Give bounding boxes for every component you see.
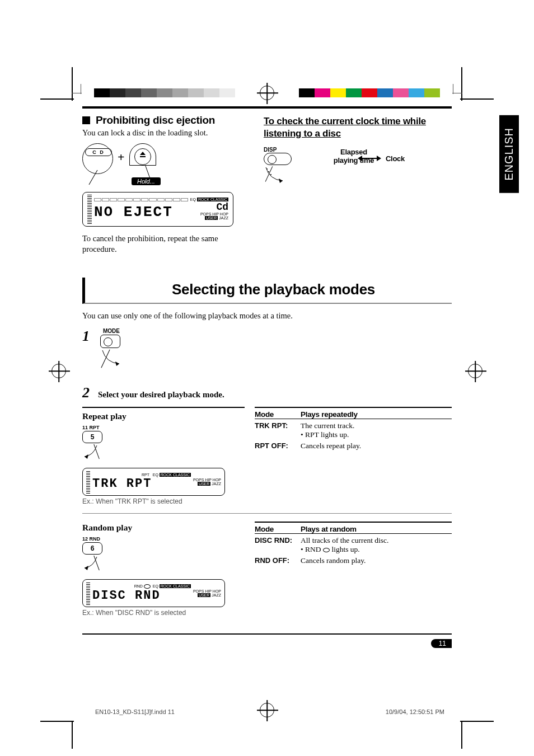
clock-toggle-figure: Elapsed playing time Clock — [303, 148, 405, 163]
sub-bullet: RPT lights up. — [301, 430, 452, 439]
page-number: 11 — [431, 639, 452, 648]
plus-icon: + — [118, 150, 125, 165]
top-rule — [82, 106, 452, 109]
rnd-button-illustration: 12 RND 6 — [82, 536, 245, 574]
eject-icon — [140, 152, 146, 157]
section-bar: Selecting the playback modes — [82, 278, 452, 304]
eject-graphic: C D + Hold... — [82, 143, 248, 227]
registration-mark-icon — [260, 86, 274, 100]
lcd-display-illustration: NO EJECT EQ ROCK CLASSIC Cd POPS HIP HOP… — [82, 192, 233, 227]
crop-mark — [460, 721, 494, 722]
rnd-button-label: 12 RND — [82, 536, 105, 542]
lcd-random-illustration: RND EQ ROCK CLASSIC DISC RND POPS HIP HO… — [82, 579, 225, 607]
step-number-1: 1 — [82, 328, 92, 345]
col-mode-header: Mode — [255, 525, 301, 533]
press-arrow-icon — [100, 348, 123, 368]
print-crop-area — [0, 0, 534, 106]
cmyk-color-bar — [299, 88, 440, 97]
registration-mark-icon — [468, 364, 483, 378]
playback-section-title: Selecting the playback modes — [95, 281, 452, 298]
repeat-play-block: Repeat play 11 RPT 5 RPT EQ ROCK CLASSIC… — [82, 407, 452, 505]
lcd-tags-bottom: POPS HIP HOPUSER JAZZ — [190, 212, 228, 220]
lcd-repeat-text: TRK RPT — [92, 477, 191, 491]
page-content: ENGLISH Prohibiting disc ejection You ca… — [77, 106, 457, 670]
disp-label: DISP — [264, 147, 292, 153]
section-bullet-icon — [82, 116, 90, 124]
hold-badge: Hold... — [132, 177, 161, 185]
crop-mark — [40, 721, 74, 722]
col-desc-header: Plays repeatedly — [301, 410, 358, 419]
table-row: DISC RND: All tracks of the current disc… — [255, 534, 452, 554]
grayscale-color-bar — [94, 88, 235, 97]
clock-label: Clock — [386, 154, 405, 163]
rpt-button-number: 5 — [91, 433, 95, 441]
bottom-rule — [82, 633, 452, 635]
mode-button-illustration: MODE — [100, 328, 123, 368]
svg-point-2 — [270, 174, 271, 175]
rpt-button-illustration: 11 RPT 5 — [82, 425, 245, 462]
repeat-heading: Repeat play — [82, 410, 245, 422]
lcd-main-text: NO EJECT — [94, 204, 173, 220]
desc-cell: The current track. — [301, 421, 452, 430]
rnd-button-number: 6 — [91, 544, 95, 552]
table-row: TRK RPT: The current track. RPT lights u… — [255, 419, 452, 439]
footer-filename: EN10-13_KD-S11[J]f.indd 11 — [95, 708, 175, 715]
crop-mark — [40, 98, 74, 100]
crop-mark — [72, 721, 73, 749]
step2-text: Select your desired playback mode. — [98, 390, 224, 400]
mode-cell: RND OFF: — [255, 556, 301, 565]
cancel-note: To cancel the prohibition, repeat the sa… — [82, 233, 248, 255]
crop-mark — [72, 67, 73, 101]
disp-button-illustration: DISP — [264, 147, 292, 185]
print-footer: EN10-13_KD-S11[J]f.indd 11 10/9/04, 12:5… — [0, 704, 534, 749]
desc-cell: All tracks of the current disc. — [301, 536, 452, 545]
sub-bullet: • RND lights up. — [301, 545, 452, 554]
step-number-2: 2 — [82, 384, 92, 401]
table-row: RND OFF: Cancels random play. — [255, 554, 452, 565]
rpt-button-label: 11 RPT — [82, 425, 105, 430]
section-title: Prohibiting disc ejection — [96, 114, 215, 126]
footer-timestamp: 10/9/04, 12:50:51 PM — [386, 708, 444, 715]
random-play-block: Random play 12 RND 6 RND EQ ROCK CLASSIC… — [82, 522, 452, 617]
lcd-side-text: Cd — [190, 202, 228, 212]
svg-point-0 — [266, 168, 268, 170]
playback-intro: You can use only one of the following pl… — [82, 311, 452, 322]
cd-pill-label: C D — [85, 148, 112, 156]
crop-mark — [460, 98, 494, 100]
lcd-random-text: DISC RND — [92, 589, 191, 603]
mode-cell: DISC RND: — [255, 536, 301, 544]
mode-cell: TRK RPT: — [255, 421, 301, 430]
clock-heading: To check the current clock time while li… — [264, 115, 452, 140]
crop-mark — [461, 721, 462, 749]
mode-cell: RPT OFF: — [255, 442, 301, 450]
left-column: Prohibiting disc ejection You can lock a… — [82, 114, 248, 255]
press-arrow-icon — [82, 443, 105, 460]
repeat-caption: Ex.: When "TRK RPT" is selected — [82, 497, 245, 505]
registration-mark-icon — [51, 364, 66, 378]
language-tab: ENGLISH — [499, 115, 519, 193]
registration-mark-icon — [260, 703, 274, 717]
disc-indicator-icon — [323, 548, 330, 552]
col-desc-header: Plays at random — [301, 525, 357, 533]
cd-knob-illustration: C D — [82, 143, 113, 174]
section-intro: You can lock a disc in the loading slot. — [82, 128, 248, 139]
right-column: To check the current clock time while li… — [264, 114, 452, 255]
mode-label: MODE — [100, 328, 123, 334]
double-arrow-icon — [358, 156, 381, 161]
random-caption: Ex.: When "DISC RND" is selected — [82, 609, 245, 617]
press-arrow-icon — [82, 555, 105, 571]
col-mode-header: Mode — [255, 410, 301, 419]
desc-cell: Cancels random play. — [301, 556, 452, 565]
random-heading: Random play — [82, 522, 245, 534]
crop-hairline — [452, 93, 462, 93]
crop-hairline — [72, 93, 82, 93]
lcd-tags: POPS HIP HOPUSER JAZZ — [193, 478, 221, 486]
desc-cell: Cancels repeat play. — [301, 442, 452, 450]
lcd-repeat-illustration: RPT EQ ROCK CLASSIC TRK RPT POPS HIP HOP… — [82, 468, 225, 496]
lcd-tags: POPS HIP HOPUSER JAZZ — [193, 589, 221, 598]
crop-mark — [461, 67, 462, 101]
eject-button-illustration — [129, 143, 156, 166]
divider — [82, 513, 452, 514]
table-row: RPT OFF: Cancels repeat play. — [255, 439, 452, 450]
